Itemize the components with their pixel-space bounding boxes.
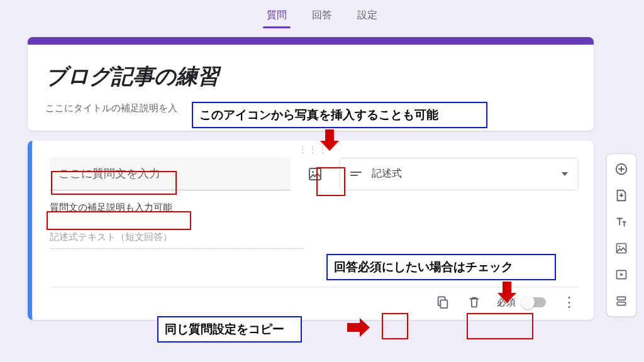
add-section-button[interactable]	[611, 291, 631, 311]
image-icon	[308, 167, 323, 182]
text-icon	[614, 215, 628, 229]
svg-rect-7	[617, 297, 625, 300]
annotation-copy-question: 同じ質問設定をコピー	[157, 316, 302, 343]
form-title[interactable]: ブログ記事の練習	[45, 62, 576, 91]
annotation-arrow-icon	[347, 318, 370, 337]
copy-icon	[436, 295, 450, 309]
add-video-button[interactable]	[611, 265, 631, 285]
svg-rect-8	[617, 302, 625, 305]
delete-button[interactable]	[465, 293, 483, 311]
question-description[interactable]: 質問文の補足説明も入力可能	[50, 202, 579, 214]
short-answer-placeholder: 記述式テキスト（短文回答）	[50, 231, 304, 249]
plus-circle-icon	[614, 162, 628, 176]
trash-icon	[467, 295, 481, 309]
question-title-placeholder: ここに質問文を入力	[58, 167, 160, 180]
insert-image-button[interactable]	[302, 161, 328, 187]
short-answer-icon	[350, 172, 362, 176]
import-icon	[614, 189, 628, 202]
duplicate-button[interactable]	[434, 293, 452, 311]
add-title-button[interactable]	[611, 212, 631, 232]
annotation-insert-image: このアイコンから写真を挿入することも可能	[192, 102, 487, 128]
chevron-down-icon	[562, 172, 568, 176]
svg-point-1	[312, 170, 314, 172]
section-icon	[615, 295, 628, 307]
svg-rect-4	[617, 244, 626, 253]
tab-questions[interactable]: 質問	[263, 4, 291, 28]
svg-rect-2	[440, 300, 447, 308]
question-title-input[interactable]: ここに質問文を入力	[50, 157, 291, 190]
more-options-button[interactable]: ⋮	[560, 294, 579, 310]
top-tabs: 質問 回答 設定	[0, 0, 644, 28]
kebab-icon: ⋮	[562, 294, 576, 310]
tab-settings[interactable]: 設定	[353, 4, 381, 28]
required-toggle[interactable]	[522, 297, 546, 307]
tab-responses[interactable]: 回答	[308, 4, 336, 28]
annotation-required-check: 回答必須にしたい場合はチェック	[326, 254, 556, 280]
add-question-button[interactable]	[611, 159, 631, 179]
question-type-label: 記述式	[372, 167, 552, 180]
video-icon	[615, 268, 628, 281]
svg-rect-0	[309, 168, 321, 180]
side-toolbar	[606, 153, 636, 317]
question-type-select[interactable]: 記述式	[340, 158, 579, 190]
svg-point-5	[619, 246, 621, 248]
import-questions-button[interactable]	[611, 185, 631, 206]
image-icon	[615, 242, 628, 255]
add-image-button[interactable]	[611, 238, 631, 258]
